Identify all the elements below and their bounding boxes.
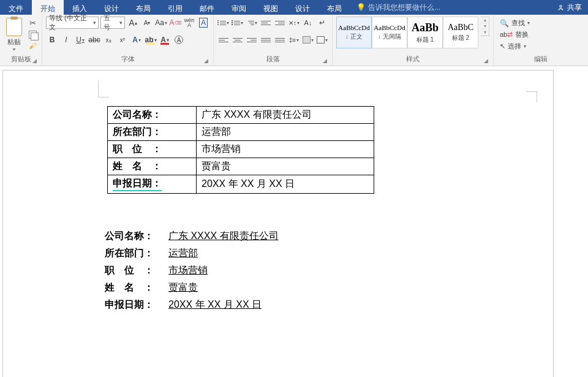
align-center-button[interactable] (232, 34, 244, 46)
shading-button[interactable] (302, 34, 314, 46)
text-value[interactable]: 贾富贵 (168, 279, 205, 296)
tab-review[interactable]: 审阅 (223, 0, 255, 15)
style-gallery: AaBbCcDd↓ 正文 AaBbCcDd↓ 无间隔 AaBb标题 1 AaBb… (336, 17, 478, 48)
numbering-button[interactable] (232, 17, 244, 29)
format-painter-button[interactable]: 🖌 (27, 41, 38, 51)
table-value[interactable]: 20XX 年 XX 月 XX 日 (197, 175, 374, 194)
lightbulb-icon: 💡 (356, 3, 366, 12)
tab-home[interactable]: 开始 (32, 0, 64, 15)
sort-button[interactable]: A↓ (302, 17, 314, 29)
grow-font-button[interactable]: A▴ (127, 17, 139, 29)
align-right-button[interactable] (246, 34, 258, 46)
document-area[interactable]: 公司名称：广东 XXXX 有限责任公司 所在部门：运营部 职 位 ：市场营销 姓… (0, 66, 588, 377)
clear-format-button[interactable]: A⌫ (169, 17, 181, 29)
align-left-button[interactable] (217, 34, 230, 46)
style-heading2[interactable]: AaBbC标题 2 (443, 17, 478, 48)
tab-mailings[interactable]: 邮件 (191, 0, 223, 15)
table-row: 姓 名 ：贾富贵 (108, 158, 374, 175)
brush-icon: 🖌 (29, 42, 36, 50)
paste-button[interactable]: 粘贴 ▾ (4, 17, 24, 53)
line-spacing-button[interactable]: ‡≡ (288, 34, 300, 46)
select-button[interactable]: ↖选择▾ (497, 41, 584, 51)
tab-table-design[interactable]: 设计 (287, 0, 318, 15)
indent-increase-button[interactable] (274, 17, 286, 29)
paragraph-dialog-launcher[interactable]: ◢ (323, 58, 327, 64)
table-label[interactable]: 申报日期： (108, 175, 197, 194)
text-block[interactable]: 公司名称：广东 XXXX 有限责任公司 所在部门：运营部 职 位 ：市场营销 姓… (105, 227, 553, 313)
tab-file[interactable]: 文件 (0, 0, 32, 15)
tab-layout[interactable]: 布局 (127, 0, 159, 15)
table-value[interactable]: 运营部 (197, 124, 374, 141)
superscript-button[interactable]: x² (116, 34, 129, 46)
strike-button[interactable]: abc (88, 34, 100, 46)
boxed-a-icon: A (199, 18, 208, 28)
numbering-icon (232, 17, 240, 28)
table-label[interactable]: 姓 名 ： (108, 158, 197, 175)
borders-button[interactable] (316, 34, 328, 46)
group-label-styles: 样式◢ (336, 53, 489, 66)
tab-references[interactable]: 引用 (159, 0, 191, 15)
show-marks-button[interactable]: ↵ (316, 17, 328, 29)
text-value[interactable]: 运营部 (168, 245, 205, 262)
shrink-font-button[interactable]: A▾ (141, 17, 153, 29)
table-value[interactable]: 市场营销 (197, 141, 374, 158)
bullets-button[interactable] (217, 17, 230, 29)
text-value[interactable]: 20XX 年 XX 月 XX 日 (168, 296, 269, 313)
text-label[interactable]: 职 位 ： (105, 262, 168, 279)
align-distribute-button[interactable] (274, 34, 286, 46)
proofing-underline: 申报日期： (113, 177, 162, 191)
style-normal[interactable]: AaBbCcDd↓ 正文 (336, 17, 372, 48)
align-justify-button[interactable] (260, 34, 272, 46)
bold-button[interactable]: B (46, 34, 58, 46)
indent-decrease-button[interactable] (260, 17, 272, 29)
italic-button[interactable]: I (60, 34, 72, 46)
text-label[interactable]: 所在部门： (105, 245, 168, 262)
text-label[interactable]: 公司名称： (105, 227, 168, 245)
text-label[interactable]: 姓 名 ： (105, 279, 168, 296)
text-direction-button[interactable]: ✕↕ (288, 17, 300, 29)
style-gallery-more[interactable]: ▴▾▾ (481, 17, 489, 36)
styles-dialog-launcher[interactable]: ◢ (484, 58, 488, 64)
table-label[interactable]: 公司名称： (108, 107, 197, 124)
text-effects-button[interactable]: A (130, 34, 143, 46)
scissors-icon: ✂ (29, 18, 36, 28)
replace-button[interactable]: ab⇄替换 (497, 29, 584, 40)
table-label[interactable]: 职 位 ： (108, 141, 197, 158)
multilevel-button[interactable] (246, 17, 258, 29)
tab-design[interactable]: 设计 (96, 0, 127, 15)
table-value[interactable]: 贾富贵 (197, 158, 374, 175)
copy-icon (29, 31, 37, 39)
copy-button[interactable] (27, 29, 38, 39)
tab-view[interactable]: 视图 (255, 0, 287, 15)
style-nospacing[interactable]: AaBbCcDd↓ 无间隔 (372, 17, 407, 48)
change-case-button[interactable]: Aa (155, 17, 167, 29)
phonetic-guide-button[interactable]: wénA (183, 17, 195, 29)
font-color-button[interactable]: A (159, 34, 171, 46)
info-table[interactable]: 公司名称：广东 XXXX 有限责任公司 所在部门：运营部 职 位 ：市场营销 姓… (107, 106, 374, 194)
enclose-char-button[interactable]: A (173, 34, 185, 46)
text-value[interactable]: 市场营销 (168, 262, 215, 279)
text-label[interactable]: 申报日期： (105, 296, 168, 313)
tell-me[interactable]: 💡 告诉我您想要做什么... (350, 2, 440, 13)
underline-button[interactable]: U (74, 34, 86, 46)
clipboard-dialog-launcher[interactable]: ◢ (32, 58, 37, 64)
font-dialog-launcher[interactable]: ◢ (204, 58, 208, 64)
style-heading1[interactable]: AaBb标题 1 (407, 17, 443, 48)
find-button[interactable]: 🔍查找▾ (497, 18, 584, 28)
subscript-button[interactable]: x₂ (102, 34, 115, 46)
pilcrow-icon: ↵ (319, 18, 325, 27)
highlight-button[interactable]: ab (145, 34, 157, 46)
table-label[interactable]: 所在部门： (108, 124, 197, 141)
group-label-clipboard: 剪贴板◢ (4, 53, 38, 66)
font-size-combo[interactable]: 五号 (100, 17, 125, 29)
table-value[interactable]: 广东 XXXX 有限责任公司 (197, 107, 374, 124)
font-name-combo[interactable]: 等线 (中文正文 (46, 17, 99, 29)
share-button[interactable]: 共享 (551, 0, 588, 15)
outdent-icon (261, 18, 271, 28)
char-border-button[interactable]: A (197, 17, 209, 29)
tab-table-layout[interactable]: 布局 (318, 0, 350, 15)
text-row: 所在部门：运营部 (105, 245, 553, 262)
text-value[interactable]: 广东 XXXX 有限责任公司 (168, 227, 286, 245)
tab-insert[interactable]: 插入 (64, 0, 96, 15)
cut-button[interactable]: ✂ (27, 18, 38, 28)
